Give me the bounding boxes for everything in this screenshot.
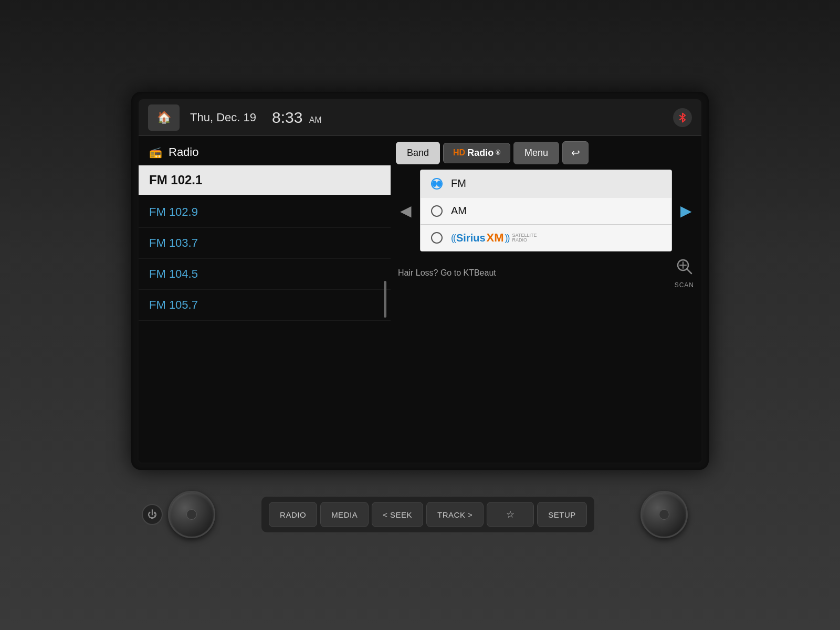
svg-line-1 [687,269,691,274]
active-station[interactable]: FM 102.1 [139,165,391,195]
station-item[interactable]: FM 103.7 [139,228,391,259]
favorite-button[interactable]: ☆ [487,502,534,527]
top-bar: 🏠 Thu, Dec. 19 8:33 AM [139,99,701,136]
scan-button[interactable]: SCAN [675,257,694,289]
sirius-waves-right: )) [505,233,509,244]
fm-option[interactable]: FM [421,170,671,197]
siriusxm-option[interactable]: (( Sirius XM )) SATELLITE RADIO [421,225,671,251]
date-time-display: Thu, Dec. 19 8:33 AM [190,109,673,127]
left-control-group: ⏻ [152,491,215,538]
sirius-logo: (( Sirius XM )) SATELLITE RADIO [451,231,537,245]
station-item[interactable]: FM 104.5 [139,259,391,290]
menu-button[interactable]: Menu [513,142,559,164]
ampm-display: AM [309,116,322,124]
radio-header: 📻 Radio [139,141,391,165]
station-info-text: Hair Loss? Go to KTBeaut [398,268,496,278]
info-row: Hair Loss? Go to KTBeaut SCAN [391,251,701,294]
prev-arrow-button[interactable]: ◀ [396,198,416,224]
band-button[interactable]: Band [396,142,440,164]
screen: 🏠 Thu, Dec. 19 8:33 AM [139,99,701,463]
am-label: AM [451,205,467,217]
station-item[interactable]: FM 105.7 [139,290,391,321]
fm-label: FM [451,177,466,190]
date-display: Thu, Dec. 19 [190,111,256,124]
band-selector-row: ◀ FM [391,170,701,251]
dashboard: 🏠 Thu, Dec. 19 8:33 AM [0,0,840,630]
sirius-waves-left: (( [451,233,455,244]
radio-icon: 📻 [149,146,162,159]
screen-bezel: 🏠 Thu, Dec. 19 8:33 AM [131,92,709,470]
band-dropdown: FM AM (( [420,170,672,251]
hd-radio-button[interactable]: HD Radio ® [443,143,510,163]
scroll-indicator [384,281,386,318]
radio-physical-button[interactable]: RADIO [269,502,317,527]
sirius-radio-circle [431,232,443,244]
left-panel: 📻 Radio FM 102.1 FM 102.9 FM 103.7 FM 10… [139,136,391,463]
media-physical-button[interactable]: MEDIA [320,502,369,527]
content-area: 📻 Radio FM 102.1 FM 102.9 FM 103.7 FM 10… [139,136,701,463]
am-radio-circle [431,205,443,217]
physical-button-group: RADIO MEDIA < SEEK TRACK > ☆ SETUP [261,497,594,532]
back-button[interactable]: ↩ [562,141,589,164]
right-knob[interactable] [640,491,688,538]
station-item[interactable]: FM 102.9 [139,197,391,228]
scan-label: SCAN [675,281,694,289]
next-arrow-button[interactable]: ▶ [676,198,696,224]
power-button[interactable]: ⏻ [142,504,163,525]
right-control-group [640,491,688,538]
radio-title: Radio [169,145,198,159]
am-option[interactable]: AM [421,197,671,225]
ad-text: Hair Loss? Go to KTBeaut [398,268,496,277]
left-knob[interactable] [168,491,215,538]
setup-button[interactable]: SETUP [537,502,587,527]
xm-text: XM [487,231,504,245]
bluetooth-icon [673,108,692,127]
sirius-text: Sirius [456,232,486,244]
time-display: 8:33 AM [272,109,322,127]
sirius-radio-text: RADIO [512,238,537,243]
fm-radio-circle [431,178,443,190]
home-button[interactable]: 🏠 [148,104,180,131]
scan-icon [675,257,694,279]
hd-registered: ® [496,149,500,156]
hd-logo: HD Radio ® [453,148,500,159]
seek-back-button[interactable]: < SEEK [372,502,423,527]
track-forward-button[interactable]: TRACK > [426,502,484,527]
right-panel: Band HD Radio ® Menu ↩ [391,136,701,463]
bottom-controls: ⏻ RADIO MEDIA < SEEK TRACK > ☆ SETUP [131,491,709,538]
hd-radio-text: Radio [467,148,494,159]
hd-orange-text: HD [453,148,465,158]
toolbar: Band HD Radio ® Menu ↩ [391,136,701,170]
